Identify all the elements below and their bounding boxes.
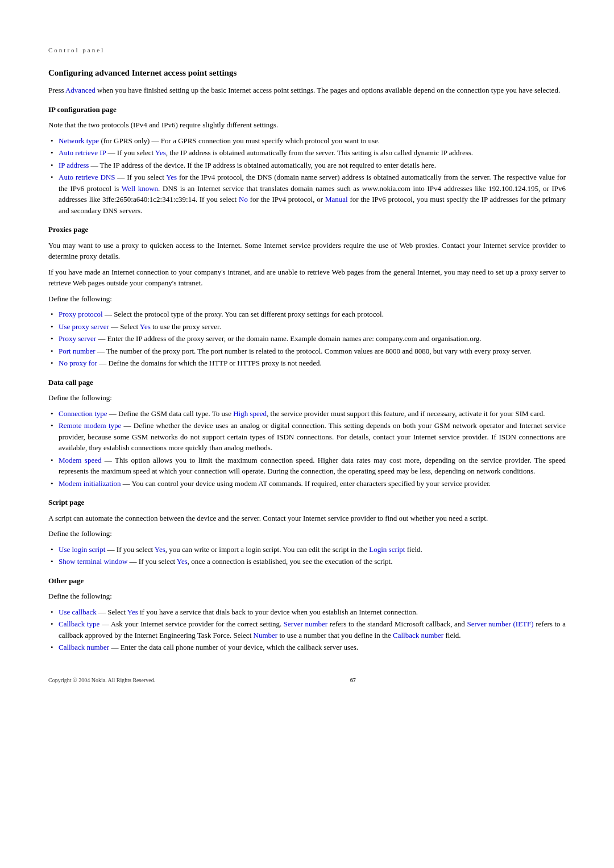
item-text: — If you select — [115, 173, 166, 181]
proxies-heading: Proxies page — [48, 224, 566, 235]
page-footer: Copyright © 2004 Nokia. All Rights Reser… — [48, 676, 566, 684]
script-p1: A script can automate the connection bet… — [48, 513, 566, 524]
callback-type-label: Callback type — [59, 620, 99, 628]
network-type-label: Network type — [59, 136, 99, 145]
list-item: Proxy protocol — Select the protocol typ… — [48, 309, 566, 320]
item-text: — Define whether the device uses an anal… — [59, 421, 566, 452]
list-item: Modem initialization — You can control y… — [48, 478, 566, 489]
item-text: — Ask your Internet service provider for… — [99, 620, 284, 628]
use-login-script-label: Use login script — [59, 545, 105, 554]
yes-value: Yes — [140, 322, 151, 331]
no-value: No — [239, 195, 248, 203]
item-text: — This option allows you to limit the ma… — [59, 456, 566, 476]
remote-modem-type-label: Remote modem type — [59, 421, 121, 430]
script-define: Define the following: — [48, 528, 566, 539]
list-item: Use login script — If you select Yes, yo… — [48, 544, 566, 555]
port-number-label: Port number — [59, 347, 96, 355]
copyright-text: Copyright © 2004 Nokia. All Rights Reser… — [48, 677, 155, 683]
callback-number-label: Callback number — [59, 643, 109, 651]
auto-retrieve-dns-label: Auto retrieve DNS — [59, 173, 115, 181]
item-text: — Enter the IP address of the proxy serv… — [96, 334, 481, 343]
item-text: — The IP address of the device. If the I… — [89, 161, 436, 169]
show-terminal-window-label: Show terminal window — [59, 557, 127, 566]
item-text: , once a connection is established, you … — [188, 557, 393, 566]
proxies-define: Define the following: — [48, 293, 566, 305]
breadcrumb-header: Control panel — [48, 45, 566, 55]
use-proxy-server-label: Use proxy server — [59, 322, 109, 331]
yes-value: Yes — [166, 173, 177, 181]
script-list: Use login script — If you select Yes, yo… — [48, 544, 566, 567]
yes-value: Yes — [177, 557, 188, 566]
ip-config-heading: IP configuration page — [48, 104, 566, 115]
use-callback-label: Use callback — [59, 608, 97, 616]
proxy-server-label: Proxy server — [59, 334, 96, 343]
item-text: refers to the standard Microsoft callbac… — [327, 620, 467, 628]
other-heading: Other page — [48, 575, 566, 587]
yes-value: Yes — [127, 608, 138, 616]
list-item: Port number — The number of the proxy po… — [48, 346, 566, 357]
data-call-list: Connection type — Define the GSM data ca… — [48, 408, 566, 489]
yes-value: Yes — [155, 148, 166, 157]
list-item: Callback type — Ask your Internet servic… — [48, 618, 566, 641]
proxies-list: Proxy protocol — Select the protocol typ… — [48, 309, 566, 369]
intro-paragraph: Press Advanced when you have finished se… — [48, 85, 566, 96]
no-proxy-for-label: No proxy for — [59, 359, 97, 367]
list-item: Use proxy server — Select Yes to use the… — [48, 321, 566, 333]
list-item: Use callback — Select Yes if you have a … — [48, 607, 566, 618]
advanced-link: Advanced — [65, 86, 96, 94]
item-text: to use the proxy server. — [151, 322, 221, 331]
item-text: — If you select — [106, 148, 155, 157]
yes-value: Yes — [155, 545, 165, 554]
intro-prefix: Press — [48, 86, 65, 94]
list-item: Show terminal window — If you select Yes… — [48, 556, 566, 567]
item-text: field. — [443, 631, 460, 639]
item-text: — Select — [109, 322, 140, 331]
list-item: Proxy server — Enter the IP address of t… — [48, 333, 566, 344]
server-number-ietf-value: Server number (IETF) — [467, 620, 534, 628]
proxies-p1: You may want to use a proxy to quicken a… — [48, 240, 566, 262]
item-text: for the IPv4 protocol, or — [248, 195, 325, 203]
item-text: , the IP address is obtained automatical… — [166, 148, 473, 157]
ip-address-label: IP address — [59, 161, 89, 169]
ip-config-list: Network type (for GPRS only) — For a GPR… — [48, 135, 566, 217]
item-text: if you have a service that dials back to… — [138, 608, 418, 616]
list-item: No proxy for — Define the domains for wh… — [48, 358, 566, 369]
list-item: Callback number — Enter the data call ph… — [48, 642, 566, 653]
modem-speed-label: Modem speed — [59, 456, 101, 464]
list-item: IP address — The IP address of the devic… — [48, 160, 566, 171]
item-text: to use a number that you define in the — [277, 631, 393, 639]
login-script-field: Login script — [369, 545, 405, 554]
list-item: Auto retrieve DNS — If you select Yes fo… — [48, 172, 566, 216]
modem-initialization-label: Modem initialization — [59, 479, 121, 488]
list-item: Remote modem type — Define whether the d… — [48, 420, 566, 454]
number-value: Number — [254, 631, 278, 639]
list-item: Modem speed — This option allows you to … — [48, 455, 566, 477]
server-number-value: Server number — [284, 620, 327, 628]
other-list: Use callback — Select Yes if you have a … — [48, 607, 566, 653]
item-text: , you can write or import a login script… — [165, 545, 370, 554]
page-number: 67 — [350, 676, 356, 684]
auto-retrieve-ip-label: Auto retrieve IP — [59, 148, 106, 157]
connection-type-label: Connection type — [59, 409, 107, 418]
item-text: — You can control your device using mode… — [121, 479, 491, 488]
item-text: (for GPRS only) — For a GPRS connection … — [99, 136, 380, 145]
item-text: — If you select — [127, 557, 177, 566]
data-call-define: Define the following: — [48, 392, 566, 404]
list-item: Auto retrieve IP — If you select Yes, th… — [48, 147, 566, 159]
intro-suffix: when you have finished setting up the ba… — [96, 86, 560, 94]
item-text: — Define the domains for which the HTTP … — [97, 359, 322, 367]
data-call-heading: Data call page — [48, 377, 566, 388]
page-title: Configuring advanced Internet access poi… — [48, 67, 566, 80]
item-text: — Define the GSM data call type. To use — [107, 409, 234, 418]
proxy-protocol-label: Proxy protocol — [59, 310, 103, 318]
list-item: Connection type — Define the GSM data ca… — [48, 408, 566, 420]
well-known-value: Well known — [122, 184, 158, 193]
other-define: Define the following: — [48, 591, 566, 602]
manual-value: Manual — [325, 195, 348, 203]
list-item: Network type (for GPRS only) — For a GPR… — [48, 135, 566, 147]
item-text: field. — [405, 545, 422, 554]
ip-config-note: Note that the two protocols (IPv4 and IP… — [48, 119, 566, 131]
item-text: — Select — [97, 608, 127, 616]
item-text: , the service provider must support this… — [267, 409, 545, 418]
script-heading: Script page — [48, 497, 566, 508]
